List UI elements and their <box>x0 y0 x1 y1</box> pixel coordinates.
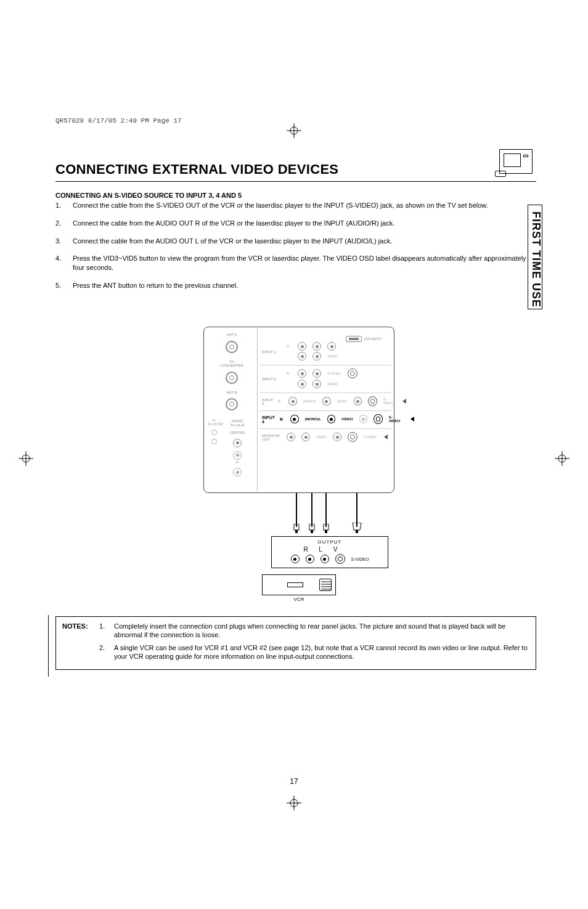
step-2: 2. Connect the cable from the AUDIO OUT … <box>55 219 536 228</box>
input1-pr-jack <box>312 352 321 361</box>
note-text: Completely insert the connection cord pl… <box>114 622 529 640</box>
h-label: H <box>221 460 253 465</box>
center-label: CENTER <box>221 431 253 435</box>
to-converter-jack <box>226 372 238 384</box>
audio-hifi-label: AUDIO TO HI-FI <box>221 419 253 427</box>
arrow-icon <box>402 399 406 404</box>
input3-label: INPUT 3 <box>262 398 273 406</box>
step-text: Connect the cable from the AUDIO OUT L o… <box>73 237 392 246</box>
input1-label: INPUT 1 <box>262 350 282 354</box>
print-slug: QR57028 8/17/05 2:49 PM Page 17 <box>55 117 182 124</box>
cable-wires <box>203 493 394 536</box>
hifi-jack-r <box>233 468 242 476</box>
connection-diagram: ANT A TO CONVERTER ANT B IR BLASTER AUDI… <box>203 327 394 602</box>
monitor-out-label: MONITOR OUT <box>262 434 282 441</box>
ant-b-jack <box>226 398 238 410</box>
vcr-caption: VCR <box>203 597 394 602</box>
note-number: 2. <box>99 643 114 661</box>
svg-rect-15 <box>311 530 313 533</box>
input4-r-jack <box>290 415 298 423</box>
input2-pb-jack <box>298 380 306 388</box>
input2-l-jack <box>312 369 321 378</box>
input2-label: INPUT 2 <box>262 377 282 381</box>
notes-box: NOTES: 1. Completely insert the connecti… <box>55 616 536 670</box>
input2-svideo-jack <box>348 369 357 378</box>
page-title: CONNECTING EXTERNAL VIDEO DEVICES <box>55 161 536 182</box>
step-text: Connect the cable from the AUDIO OUT R o… <box>73 219 394 228</box>
input1-l-jack <box>312 342 321 351</box>
step-4: 4. Press the VID3~VID5 button to view th… <box>55 254 536 272</box>
input3-l-jack <box>322 397 330 406</box>
notes-label: NOTES: <box>62 622 99 640</box>
page-number: 17 <box>0 777 588 786</box>
svg-rect-18 <box>356 530 358 533</box>
input4-svideo-jack <box>374 414 383 424</box>
step-number: 4. <box>55 254 73 272</box>
input4-l-jack <box>327 415 335 423</box>
to-converter-label: TO CONVERTER <box>210 360 253 368</box>
step-3: 3. Connect the cable from the AUDIO OUT … <box>55 237 536 246</box>
ir-blaster-column: IR BLASTER <box>208 418 220 448</box>
registration-mark-top <box>287 123 301 138</box>
input3-video-jack <box>354 397 362 406</box>
step-number: 2. <box>55 219 73 228</box>
note-text: A single VCR can be used for VCR #1 and … <box>114 643 529 661</box>
step-number: 5. <box>55 281 73 290</box>
step-text: Press the VID3~VID5 button to view the p… <box>73 254 536 272</box>
step-5: 5. Press the ANT button to return to the… <box>55 281 536 290</box>
input4-video-jack <box>359 415 367 423</box>
svg-rect-13 <box>295 530 298 533</box>
vcr-out-svideo-jack <box>335 554 345 564</box>
note-number: 1. <box>99 622 114 640</box>
input3-svideo-jack <box>368 396 377 406</box>
hdmi-port: DVI-HDTV <box>346 336 382 342</box>
input1-r-jack <box>298 342 306 351</box>
arrow-icon <box>384 434 388 439</box>
registration-mark-left <box>18 451 33 466</box>
vcr-out-l-jack <box>306 555 314 563</box>
step-1: 1. Connect the cable from the S-VIDEO OU… <box>55 201 536 210</box>
vcr-output-label: OUTPUT <box>277 539 383 545</box>
tv-rear-panel: ANT A TO CONVERTER ANT B IR BLASTER AUDI… <box>203 327 394 493</box>
input2-r-jack <box>298 369 306 378</box>
input4-label: INPUT 4 <box>262 415 275 424</box>
notes-divider <box>48 615 49 677</box>
registration-mark-right <box>555 451 570 466</box>
svg-rect-16 <box>324 524 329 530</box>
vcr-device-icon <box>262 574 336 595</box>
vcr-out-v-jack <box>321 555 329 563</box>
monout-l-jack <box>301 433 310 441</box>
section-subhead: CONNECTING AN S-VIDEO SOURCE TO INPUT 3,… <box>55 191 536 200</box>
vcr-output-box: OUTPUT R L V S-VIDEO <box>271 536 388 568</box>
monout-svideo-jack <box>348 432 357 442</box>
step-text: Press the ANT button to return to the pr… <box>73 281 238 290</box>
step-number: 3. <box>55 237 73 246</box>
center-jack <box>233 439 242 447</box>
input2-pr-jack <box>312 380 321 388</box>
registration-mark-bottom <box>287 796 301 810</box>
input1-video-jack <box>327 342 336 351</box>
monout-r-jack <box>287 433 295 441</box>
svg-rect-14 <box>309 524 314 530</box>
step-number: 1. <box>55 201 73 210</box>
ant-b-label: ANT B <box>210 391 253 395</box>
input3-r-jack <box>288 397 296 406</box>
step-text: Connect the cable from the S-VIDEO OUT o… <box>73 201 488 210</box>
svg-rect-12 <box>294 524 299 530</box>
arrow-icon <box>410 417 414 422</box>
svg-rect-17 <box>325 530 327 533</box>
input1-pb-jack <box>298 352 306 361</box>
ant-a-jack <box>226 341 238 353</box>
monout-video-jack <box>333 433 341 441</box>
vcr-out-r-jack <box>291 555 300 563</box>
ant-a-label: ANT A <box>210 333 253 337</box>
hifi-jack-l <box>233 451 242 460</box>
